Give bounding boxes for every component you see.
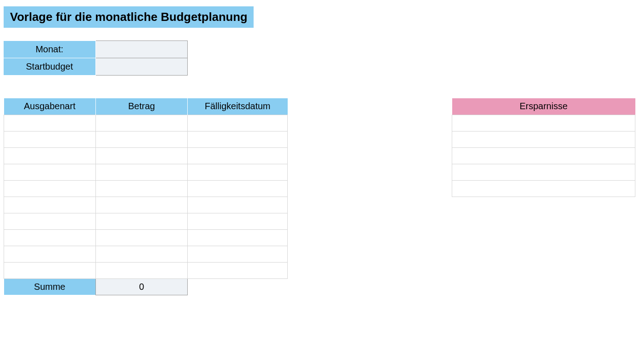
expense-cell-type[interactable] <box>4 262 96 278</box>
header-expense-amount: Betrag <box>96 98 188 115</box>
expenses-sum-row: Summe 0 <box>4 278 288 295</box>
expense-cell-type[interactable] <box>4 131 96 147</box>
savings-row <box>452 115 635 131</box>
expense-input-amount[interactable] <box>96 263 187 278</box>
expense-row <box>4 164 288 180</box>
savings-row <box>452 131 635 147</box>
expense-cell-due[interactable] <box>188 180 288 197</box>
month-budget-section: Monat: Startbudget <box>4 40 640 76</box>
expense-cell-due[interactable] <box>188 115 288 131</box>
savings-cell[interactable] <box>452 180 635 197</box>
startbudget-value-cell[interactable] <box>95 58 187 76</box>
expense-cell-amount[interactable] <box>96 197 188 213</box>
expense-input-amount[interactable] <box>96 148 187 163</box>
page-title: Vorlage für die monatliche Budgetplanung <box>4 6 254 28</box>
sum-value: 0 <box>96 278 188 295</box>
savings-cell[interactable] <box>452 164 635 180</box>
expense-input-amount[interactable] <box>96 230 187 245</box>
expense-cell-type[interactable] <box>4 229 96 246</box>
expense-input-due[interactable] <box>188 165 287 180</box>
expense-cell-due[interactable] <box>188 164 288 180</box>
startbudget-label: Startbudget <box>4 58 95 76</box>
expense-input-type[interactable] <box>5 116 95 131</box>
expense-input-type[interactable] <box>5 165 95 180</box>
expense-input-due[interactable] <box>188 116 287 131</box>
expense-row <box>4 229 288 246</box>
expense-row <box>4 115 288 131</box>
expense-cell-amount[interactable] <box>96 229 188 246</box>
expense-cell-type[interactable] <box>4 197 96 213</box>
expense-input-type[interactable] <box>5 263 95 278</box>
expenses-header-row: Ausgabenart Betrag Fälligkeitsdatum <box>4 98 288 115</box>
expense-cell-type[interactable] <box>4 246 96 262</box>
expense-cell-type[interactable] <box>4 115 96 131</box>
header-expense-due: Fälligkeitsdatum <box>188 98 288 115</box>
expense-cell-type[interactable] <box>4 213 96 229</box>
expense-row <box>4 246 288 262</box>
savings-row <box>452 147 635 164</box>
expense-input-type[interactable] <box>5 181 95 196</box>
expense-input-due[interactable] <box>188 247 287 262</box>
expense-cell-amount[interactable] <box>96 180 188 197</box>
expense-cell-due[interactable] <box>188 197 288 213</box>
sum-label: Summe <box>4 278 96 295</box>
expense-input-type[interactable] <box>5 230 95 245</box>
expense-cell-due[interactable] <box>188 246 288 262</box>
expense-input-type[interactable] <box>5 214 95 229</box>
expense-input-due[interactable] <box>188 197 287 212</box>
expense-input-type[interactable] <box>5 197 95 212</box>
expense-input-amount[interactable] <box>96 116 187 131</box>
expense-cell-amount[interactable] <box>96 164 188 180</box>
expense-cell-amount[interactable] <box>96 115 188 131</box>
expense-input-due[interactable] <box>188 132 287 147</box>
expense-cell-type[interactable] <box>4 147 96 164</box>
expense-row <box>4 131 288 147</box>
expense-cell-due[interactable] <box>188 131 288 147</box>
savings-table: Ersparnisse <box>452 98 635 197</box>
expense-cell-type[interactable] <box>4 164 96 180</box>
expense-input-due[interactable] <box>188 230 287 245</box>
savings-cell[interactable] <box>452 115 635 131</box>
expense-input-due[interactable] <box>188 181 287 196</box>
expense-input-amount[interactable] <box>96 214 187 229</box>
expense-input-due[interactable] <box>188 263 287 278</box>
expense-input-amount[interactable] <box>96 247 187 262</box>
expense-row <box>4 197 288 213</box>
expense-cell-due[interactable] <box>188 262 288 278</box>
savings-input[interactable] <box>453 181 634 196</box>
expense-cell-amount[interactable] <box>96 213 188 229</box>
expense-cell-amount[interactable] <box>96 246 188 262</box>
expense-cell-amount[interactable] <box>96 131 188 147</box>
expense-input-amount[interactable] <box>96 181 187 196</box>
expense-input-type[interactable] <box>5 247 95 262</box>
savings-input[interactable] <box>453 165 634 180</box>
expense-cell-amount[interactable] <box>96 147 188 164</box>
savings-input[interactable] <box>453 148 634 163</box>
expense-input-amount[interactable] <box>96 165 187 180</box>
month-value-cell[interactable] <box>95 41 187 58</box>
expense-input-type[interactable] <box>5 148 95 163</box>
savings-cell[interactable] <box>452 131 635 147</box>
savings-input[interactable] <box>453 132 634 147</box>
savings-header: Ersparnisse <box>452 98 635 115</box>
month-label: Monat: <box>4 41 95 58</box>
expense-input-due[interactable] <box>188 148 287 163</box>
month-budget-table: Monat: Startbudget <box>4 40 188 76</box>
expense-row <box>4 262 288 278</box>
expense-row <box>4 213 288 229</box>
expense-cell-amount[interactable] <box>96 262 188 278</box>
expense-cell-due[interactable] <box>188 147 288 164</box>
savings-cell[interactable] <box>452 147 635 164</box>
expense-cell-type[interactable] <box>4 180 96 197</box>
expense-input-amount[interactable] <box>96 132 187 147</box>
savings-row <box>452 180 635 197</box>
expense-input-amount[interactable] <box>96 197 187 212</box>
expense-cell-due[interactable] <box>188 229 288 246</box>
expense-row <box>4 147 288 164</box>
savings-row <box>452 164 635 180</box>
savings-input[interactable] <box>453 116 634 131</box>
expense-cell-due[interactable] <box>188 213 288 229</box>
expenses-table: Ausgabenart Betrag Fälligkeitsdatum Summ… <box>4 98 288 295</box>
expense-input-type[interactable] <box>5 132 95 147</box>
expense-input-due[interactable] <box>188 214 287 229</box>
